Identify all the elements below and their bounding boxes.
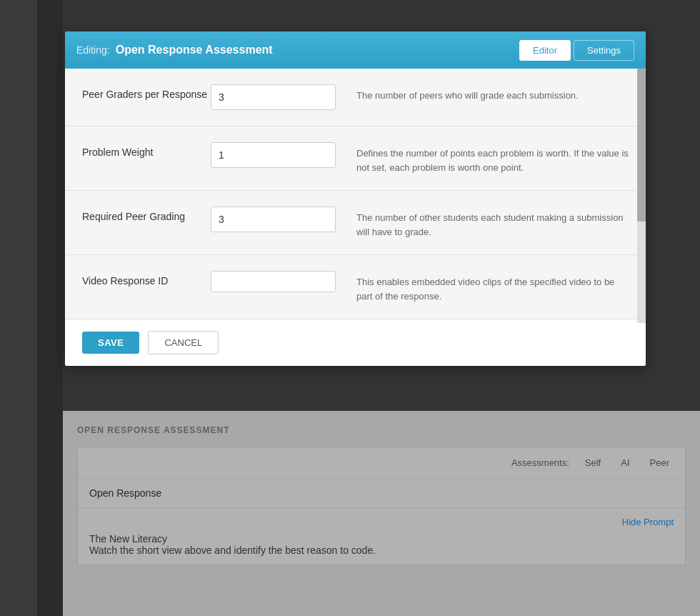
scrollbar-thumb[interactable] — [637, 69, 646, 222]
required-peer-grading-input-area: ▲ ▼ — [211, 207, 339, 232]
settings-tab[interactable]: Settings — [574, 40, 634, 61]
peer-graders-spinner: ▲ ▼ — [211, 84, 336, 110]
peer-graders-label: Peer Graders per Response — [82, 84, 211, 100]
modal-body: Peer Graders per Response ▲ ▼ The number… — [65, 69, 646, 319]
required-peer-grading-spinner: ▲ ▼ — [211, 207, 336, 232]
peer-graders-input-area: ▲ ▼ — [211, 84, 339, 110]
video-response-id-row: Video Response ID This enables embedded … — [65, 255, 646, 319]
modal-scrollbar[interactable] — [637, 69, 646, 323]
problem-weight-input-area: ▲ ▼ — [211, 142, 339, 168]
required-peer-grading-row: Required Peer Grading ▲ ▼ The number of … — [65, 191, 646, 255]
modal-title-area: Editing: Open Response Assessment — [76, 44, 273, 56]
cancel-button[interactable]: CANCEL — [148, 331, 219, 354]
problem-weight-input[interactable] — [211, 145, 336, 165]
required-peer-grading-description: The number of other students each studen… — [339, 207, 629, 239]
problem-weight-spinner: ▲ ▼ — [211, 142, 336, 168]
modal-title: Open Response Assessment — [116, 44, 273, 56]
save-button[interactable]: SAVE — [82, 332, 139, 354]
modal-footer: SAVE CANCEL — [65, 319, 646, 366]
video-response-id-input[interactable] — [211, 271, 336, 292]
editing-label: Editing: — [76, 44, 110, 56]
peer-graders-input[interactable] — [211, 87, 336, 107]
video-response-id-input-area — [211, 271, 339, 292]
editor-tab[interactable]: Editor — [519, 40, 571, 61]
header-tabs: Editor Settings — [519, 40, 634, 61]
required-peer-grading-label: Required Peer Grading — [82, 207, 211, 222]
required-peer-grading-input[interactable] — [211, 209, 336, 229]
video-response-id-label: Video Response ID — [82, 271, 211, 287]
problem-weight-row: Problem Weight ▲ ▼ Defines the number of… — [65, 126, 646, 191]
video-response-id-description: This enables embedded video clips of the… — [339, 271, 629, 303]
peer-graders-row: Peer Graders per Response ▲ ▼ The number… — [65, 69, 646, 126]
modal-header: Editing: Open Response Assessment Editor… — [65, 31, 646, 69]
peer-graders-description: The number of peers who will grade each … — [339, 84, 629, 103]
modal-dialog: Editing: Open Response Assessment Editor… — [65, 31, 646, 366]
problem-weight-description: Defines the number of points each proble… — [339, 142, 629, 174]
problem-weight-label: Problem Weight — [82, 142, 211, 158]
